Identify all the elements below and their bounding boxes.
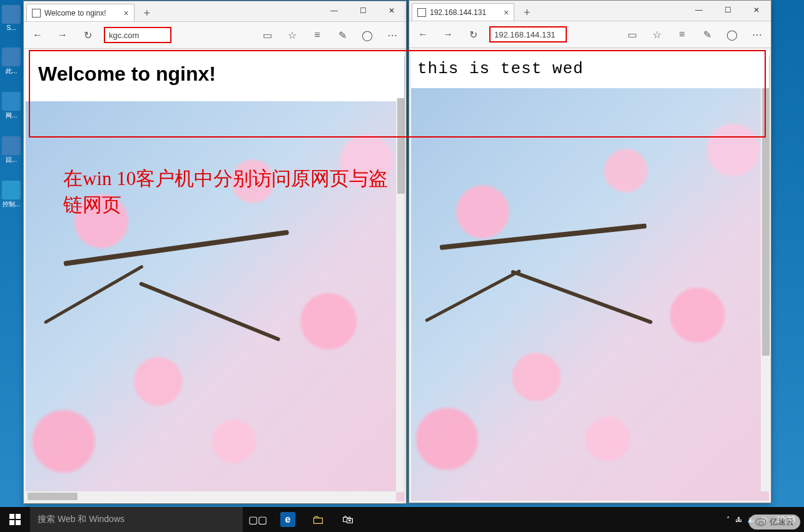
tab-title: Welcome to nginx! [44,9,106,18]
tray-network-icon[interactable]: 🖧 [735,516,742,523]
desktop-icon[interactable] [2,92,21,111]
horizontal-scrollbar[interactable] [24,491,396,501]
edge-taskbar-button[interactable]: e [273,507,303,532]
taskbar-search[interactable]: 搜索 Web 和 Windows [30,507,243,532]
webnote-icon[interactable]: ✎ [698,26,716,43]
vertical-scrollbar[interactable] [396,50,406,492]
tab-title: 192.168.144.131 [430,8,486,17]
back-button[interactable]: ← [414,26,432,43]
reading-view-icon[interactable]: ▭ [258,26,276,44]
forward-button[interactable]: → [439,26,457,43]
task-view-button[interactable]: ▢▢ [243,507,273,532]
close-button[interactable]: ✕ [377,1,406,20]
store-icon: 🛍 [342,513,354,526]
windows-logo-icon [9,514,21,525]
favorite-icon[interactable]: ☆ [648,26,666,43]
background-image [411,88,769,501]
taskbar: 搜索 Web 和 Windows ▢▢ e 🗀 🛍 ˄ 🖧 🔈 ㊥ 19:33 [0,507,804,532]
page-content: Welcome to nginx! 在win 10客户机中分别访问原网页与盗链网… [26,50,404,501]
browser-tab[interactable]: 192.168.144.131 × [412,3,514,21]
minimize-button[interactable]: — [684,1,713,19]
browser-window-right: 192.168.144.131 × + — ☐ ✕ ← → ↻ 192.168.… [409,0,771,503]
refresh-button[interactable]: ↻ [464,26,482,43]
hub-icon[interactable]: ≡ [673,26,691,43]
back-button[interactable]: ← [29,26,46,44]
nav-toolbar: ← → ↻ 192.168.144.131 ▭ ☆ ≡ ✎ ◯ ⋯ [409,21,771,48]
url-text: 192.168.144.131 [494,30,556,39]
nav-toolbar: ← → ↻ kgc.com ▭ ☆ ≡ ✎ ◯ ⋯ [24,21,406,49]
tab-bar: 192.168.144.131 × + — ☐ ✕ [409,1,771,21]
desktop-icon[interactable] [2,136,21,155]
desktop-icon-label: 此... [0,67,23,76]
browser-tab[interactable]: Welcome to nginx! × [26,4,135,21]
tab-close-icon[interactable]: × [124,8,129,18]
search-placeholder: 搜索 Web 和 Windows [38,514,125,525]
share-icon[interactable]: ◯ [723,26,741,43]
tab-bar: Welcome to nginx! × + — ☐ ✕ [24,1,406,21]
task-view-icon: ▢▢ [248,514,267,526]
close-button[interactable]: ✕ [742,1,771,19]
vertical-scrollbar[interactable] [761,49,771,491]
desktop-icon[interactable] [2,48,21,66]
desktop-icon[interactable] [2,181,21,199]
desktop-icon[interactable] [2,5,21,24]
tab-close-icon[interactable]: × [504,8,509,18]
desktop-icon-label: 控制... [0,200,23,209]
background-image [26,101,404,501]
new-tab-button[interactable]: + [138,5,156,21]
minimize-button[interactable]: — [320,1,349,20]
desktop-icon-label: 网... [0,111,23,120]
desktop-icon-label: S... [0,24,23,31]
more-icon[interactable]: ⋯ [384,26,401,44]
share-icon[interactable]: ◯ [359,26,376,44]
annotation-text: 在win 10客户机中分别访问原网页与盗链网页 [63,166,404,218]
favorite-icon[interactable]: ☆ [283,26,301,44]
address-bar[interactable]: 192.168.144.131 [489,26,567,43]
page-heading: Welcome to nginx! [26,50,404,98]
store-button[interactable]: 🛍 [333,507,363,532]
scrollbar-thumb[interactable] [28,493,78,500]
refresh-button[interactable]: ↻ [79,26,96,44]
new-tab-button[interactable]: + [518,4,536,21]
window-controls: — ☐ ✕ [320,1,406,20]
hub-icon[interactable]: ≡ [308,26,326,44]
maximize-button[interactable]: ☐ [713,1,742,19]
desktop: S... 此... 网... 回... 控制... [0,0,23,506]
cloud-icon [755,518,766,526]
window-controls: — ☐ ✕ [684,1,771,19]
forward-button[interactable]: → [54,26,71,44]
desktop-icon-label: 回... [0,156,23,164]
watermark-text: 亿速云 [770,516,794,528]
edge-icon: e [280,512,295,527]
webnote-icon[interactable]: ✎ [333,26,351,44]
url-text: kgc.com [109,31,139,40]
page-body-text: this is test wed [411,49,769,88]
reading-view-icon[interactable]: ▭ [623,26,641,43]
maximize-button[interactable]: ☐ [349,1,377,20]
browser-window-left: Welcome to nginx! × + — ☐ ✕ ← → ↻ kgc.co… [23,1,407,504]
start-button[interactable] [0,507,30,532]
page-icon [32,9,41,18]
more-icon[interactable]: ⋯ [748,26,766,43]
page-content: this is test wed [411,49,769,501]
page-icon [417,8,426,17]
address-bar[interactable]: kgc.com [104,27,171,43]
watermark: 亿速云 [749,514,800,529]
tray-chevron-icon[interactable]: ˄ [726,516,730,524]
file-explorer-button[interactable]: 🗀 [303,507,333,532]
folder-icon: 🗀 [312,513,324,527]
scrollbar-thumb[interactable] [762,56,770,356]
